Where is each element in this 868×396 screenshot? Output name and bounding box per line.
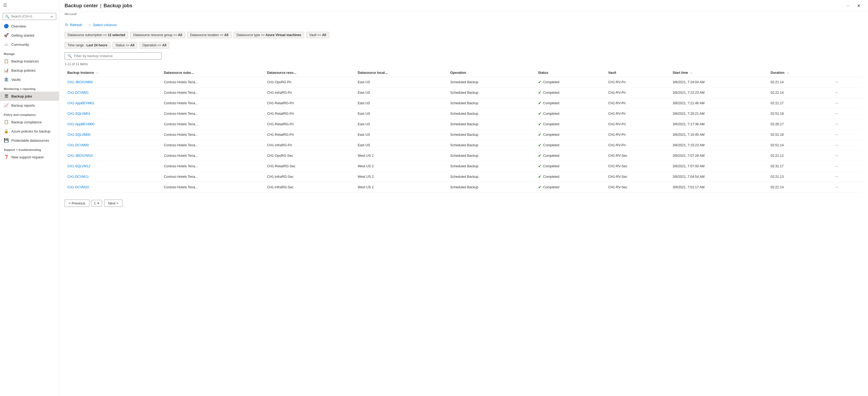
- more-options-button[interactable]: ···: [833, 142, 840, 148]
- main-content: Backup center | Backup jobs ··· ✕ Micros…: [59, 0, 868, 396]
- sidebar: ☰ 🔍 « 🔵 Overview 🚀 Getting started ☁️ Co…: [0, 0, 59, 396]
- more-options-button[interactable]: ···: [833, 100, 840, 106]
- cell-more[interactable]: ···: [831, 130, 863, 140]
- filter-time-range[interactable]: Time range : Last 24 hours: [65, 42, 110, 49]
- filter-search-box[interactable]: 🔍: [65, 52, 161, 59]
- sidebar-item-backup-jobs[interactable]: ☰ Backup jobs: [0, 92, 59, 101]
- table-row[interactable]: CH1-DCVM11 Contoso Hotels Tena... CH1-In…: [65, 172, 863, 182]
- cell-more[interactable]: ···: [831, 77, 863, 88]
- pill-value: 12 selected: [108, 33, 125, 37]
- col-backup-instance[interactable]: Backup instance ↑↓: [65, 69, 161, 77]
- table-row[interactable]: CH1-DCVM00 Contoso Hotels Tena... CH1-In…: [65, 140, 863, 150]
- sidebar-item-getting-started[interactable]: 🚀 Getting started: [0, 31, 59, 40]
- table-row[interactable]: CH1-DCVM10 Contoso Hotels Tena... CH1-In…: [65, 182, 863, 193]
- filter-datasource-sub[interactable]: Datasource subscription == 12 selected: [65, 32, 128, 38]
- col-operation: Operation: [447, 69, 535, 77]
- sidebar-item-backup-instances[interactable]: 📋 Backup instances: [0, 57, 59, 66]
- more-options-button[interactable]: ···: [833, 174, 840, 180]
- cell-more[interactable]: ···: [831, 172, 863, 182]
- cell-more[interactable]: ···: [831, 140, 863, 150]
- cell-more[interactable]: ···: [831, 98, 863, 109]
- cell-start-time: 3/8/2021, 7:24:04 AM: [670, 77, 768, 88]
- more-options-button[interactable]: ···: [833, 111, 840, 117]
- next-button[interactable]: Next >: [104, 200, 122, 207]
- cell-duration: 02:21:14: [768, 77, 831, 88]
- cell-duration: 02:21:12: [768, 150, 831, 161]
- col-duration[interactable]: Duration ↑↓: [768, 69, 831, 77]
- search-box[interactable]: 🔍 «: [3, 13, 56, 20]
- cell-more[interactable]: ···: [831, 119, 863, 130]
- item-count: 1-11 of 11 items: [65, 62, 863, 66]
- table-row[interactable]: CH1-SQLVM00 Contoso Hotels Tena... CH1-R…: [65, 130, 863, 140]
- hamburger-icon[interactable]: ☰: [3, 3, 7, 8]
- table-row[interactable]: CH1-AppBEVM00 Contoso Hotels Tena... CH1…: [65, 119, 863, 130]
- more-options-button[interactable]: ···: [833, 163, 840, 169]
- overview-icon: 🔵: [4, 24, 9, 29]
- sidebar-item-new-support[interactable]: ❓ New support request: [0, 152, 59, 162]
- status-label: Completed: [543, 185, 559, 189]
- collapse-icon[interactable]: «: [50, 14, 54, 19]
- cell-status: ✔ Completed: [535, 88, 606, 98]
- table-row[interactable]: CH1-JBOXVM00 Contoso Hotels Tena... CH1-…: [65, 77, 863, 88]
- status-label: Completed: [543, 143, 559, 147]
- table-row[interactable]: CH1-SQLVM01 Contoso Hotels Tena... CH1-R…: [65, 109, 863, 119]
- more-options-button[interactable]: ···: [833, 79, 840, 85]
- sort-icon[interactable]: ↑↓: [96, 72, 99, 74]
- filter-vault[interactable]: Vault == All: [306, 32, 329, 38]
- more-options-button[interactable]: ···: [833, 90, 840, 96]
- refresh-button[interactable]: ↻ Refresh: [65, 22, 83, 28]
- cell-operation: Scheduled Backup: [447, 140, 535, 150]
- sort-icon[interactable]: ↑↓: [786, 72, 789, 74]
- ellipsis-menu[interactable]: ···: [844, 2, 852, 9]
- sidebar-item-backup-compliance[interactable]: 📋 Backup compliance: [0, 117, 59, 126]
- page-selector[interactable]: 1 ▼: [92, 200, 102, 207]
- sidebar-item-vaults[interactable]: 🏦 Vaults: [0, 75, 59, 84]
- more-options-button[interactable]: ···: [833, 121, 840, 127]
- pill-label: Datasource subscription ==: [67, 33, 108, 37]
- pill-label: Operation ==: [143, 44, 162, 47]
- filter-datasource-rg[interactable]: Datasource resource group == All: [130, 32, 185, 38]
- content-area: ↻ Refresh → Select columns Datasource su…: [59, 17, 868, 396]
- col-start-time[interactable]: Start time ↑↓: [670, 69, 768, 77]
- filter-status[interactable]: Status == All: [113, 42, 137, 49]
- cell-more[interactable]: ···: [831, 88, 863, 98]
- cell-more[interactable]: ···: [831, 161, 863, 172]
- sort-icon[interactable]: ↑↓: [690, 72, 693, 74]
- sidebar-item-azure-policies[interactable]: 🔒 Azure policies for backup: [0, 126, 59, 136]
- more-options-button[interactable]: ···: [833, 153, 840, 159]
- filter-operation[interactable]: Operation == All: [140, 42, 169, 49]
- sidebar-item-overview[interactable]: 🔵 Overview: [0, 22, 59, 31]
- breadcrumb-separator: |: [100, 3, 101, 9]
- cell-more[interactable]: ···: [831, 150, 863, 161]
- sidebar-item-backup-policies[interactable]: 📊 Backup policies: [0, 66, 59, 75]
- filter-search-input[interactable]: [74, 54, 158, 58]
- table-row[interactable]: CH1-SQLVM12 Contoso Hotels Tena... CH1-R…: [65, 161, 863, 172]
- select-columns-button[interactable]: → Select columns: [87, 22, 117, 28]
- more-options-button[interactable]: ···: [833, 184, 840, 190]
- close-button[interactable]: ✕: [855, 2, 863, 9]
- table-row[interactable]: CH1-JBOXVM10 Contoso Hotels Tena... CH1-…: [65, 150, 863, 161]
- table-row[interactable]: CH1-DCVM01 Contoso Hotels Tena... CH1-In…: [65, 88, 863, 98]
- sidebar-item-label: Protectable datasources: [11, 139, 49, 142]
- cell-start-time: 3/8/2021, 7:04:54 AM: [670, 172, 768, 182]
- filter-datasource-type[interactable]: Datasource type == Azure Virtual machine…: [234, 32, 304, 38]
- cell-more[interactable]: ···: [831, 182, 863, 193]
- cell-datasource-reso: CH1-RetailRG-Sec: [264, 161, 355, 172]
- section-monitoring: Monitoring + reporting: [0, 84, 59, 92]
- filter-datasource-loc[interactable]: Datasource location == All: [187, 32, 231, 38]
- cell-vault: CH1-RV-Pri: [605, 109, 670, 119]
- sidebar-item-backup-reports[interactable]: 📈 Backup reports: [0, 101, 59, 110]
- search-input[interactable]: [11, 15, 48, 18]
- cell-duration: 02:51:14: [768, 140, 831, 150]
- table-row[interactable]: CH1-AppBEVM01 Contoso Hotels Tena... CH1…: [65, 98, 863, 109]
- previous-button[interactable]: < Previous: [65, 200, 89, 207]
- sidebar-item-protectable-datasources[interactable]: 💾 Protectable datasources: [0, 136, 59, 145]
- page-title-area: Backup center | Backup jobs: [65, 3, 134, 9]
- cell-operation: Scheduled Backup: [447, 161, 535, 172]
- more-options-button[interactable]: ···: [833, 132, 840, 138]
- cell-more[interactable]: ···: [831, 109, 863, 119]
- sidebar-item-community[interactable]: ☁️ Community: [0, 40, 59, 49]
- sidebar-item-label: Backup policies: [11, 68, 35, 73]
- cell-datasource-locat: East US: [355, 109, 447, 119]
- support-icon: ❓: [4, 154, 9, 160]
